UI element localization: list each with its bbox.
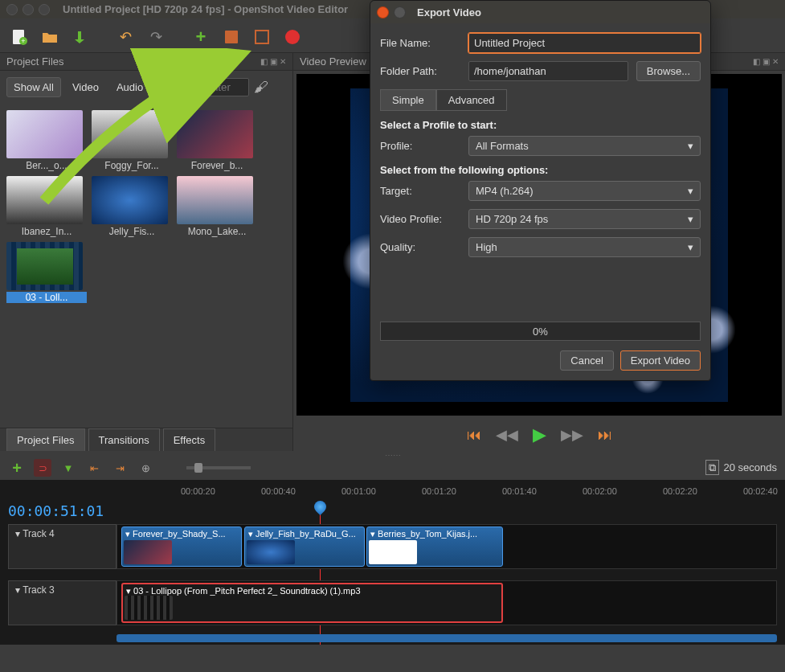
ruler-tick: 00:02:00 <box>583 486 617 496</box>
file-item[interactable]: Forever_b... <box>177 110 257 171</box>
window-minimize-icon[interactable] <box>22 4 34 15</box>
ruler-tick: 00:02:40 <box>743 486 778 496</box>
video-profile-select[interactable]: HD 720p 24 fps▾ <box>468 209 701 229</box>
file-thumbnails: Ber..._o... Foggy_For... Forever_b... Ib… <box>0 104 292 309</box>
timeline-ruler[interactable]: 00:00:20 00:00:40 00:01:00 00:01:20 00:0… <box>117 486 777 518</box>
track-content[interactable]: ▾ Forever_by_Shady_S... ▾ Jelly_Fish_by_… <box>117 524 777 569</box>
ruler-tick: 00:00:20 <box>181 486 215 496</box>
snap-icon[interactable]: ⊃ <box>34 459 51 477</box>
zoom-seconds-icon: ⧉ <box>705 460 719 475</box>
file-name-label: File Name: <box>380 37 460 49</box>
next-marker-icon[interactable]: ⇥ <box>111 459 129 477</box>
redo-icon[interactable]: ↷ <box>145 26 167 48</box>
export-video-icon[interactable] <box>281 26 304 48</box>
browse-button[interactable]: Browse... <box>636 61 701 81</box>
prev-marker-icon[interactable]: ⇤ <box>85 459 103 477</box>
dialog-minimize-icon[interactable] <box>394 6 406 18</box>
save-project-icon[interactable] <box>69 26 92 48</box>
panel-controls-icon[interactable]: ◧ ▣ ✕ <box>260 57 286 66</box>
play-icon[interactable]: ▶ <box>533 424 546 445</box>
profile-section-label: Select a Profile to start: <box>380 119 701 131</box>
tab-transitions[interactable]: Transitions <box>88 428 160 451</box>
track-header[interactable]: ▾ Track 4 <box>8 524 117 569</box>
ruler-tick: 00:01:00 <box>341 486 376 496</box>
zoom-slider[interactable] <box>186 466 251 469</box>
export-video-dialog: Export Video File Name: Folder Path: Bro… <box>370 0 711 381</box>
folder-path-input[interactable] <box>468 61 628 81</box>
razor-icon[interactable]: ▼ <box>59 459 77 477</box>
options-section-label: Select from the following options: <box>380 164 701 176</box>
project-files-title: Project Files <box>6 55 64 68</box>
export-video-button[interactable]: Export Video <box>620 350 701 371</box>
filter-image-button[interactable]: Image <box>154 78 196 96</box>
fullscreen-icon[interactable] <box>251 26 273 48</box>
center-playhead-icon[interactable]: ⊕ <box>137 459 154 477</box>
panel-controls-icon[interactable]: ◧ ▣ ✕ <box>753 57 779 66</box>
quality-label: Quality: <box>380 241 460 253</box>
chevron-down-icon: ▾ <box>688 140 693 152</box>
export-progress-bar: 0% <box>380 322 701 341</box>
profile-label: Profile: <box>380 140 460 152</box>
timeline-clip[interactable]: ▾ Jelly_Fish_by_RaDu_G... <box>244 527 365 567</box>
dialog-close-icon[interactable] <box>377 6 389 18</box>
file-item[interactable]: Mono_Lake... <box>177 176 257 237</box>
ruler-tick: 00:01:40 <box>502 486 537 496</box>
add-track-icon[interactable]: + <box>8 459 26 477</box>
zoom-value: 20 seconds <box>724 461 778 473</box>
timeline-scrollbar[interactable] <box>117 634 777 642</box>
track-header[interactable]: ▾ Track 3 <box>8 580 117 625</box>
target-select[interactable]: MP4 (h.264)▾ <box>468 181 701 201</box>
track-row: ▾ Track 4 ▾ Forever_by_Shady_S... ▾ Jell… <box>8 524 777 569</box>
show-all-button[interactable]: Show All <box>6 77 61 97</box>
dialog-titlebar[interactable]: Export Video <box>370 1 710 23</box>
file-item[interactable]: Jelly_Fis... <box>92 176 172 237</box>
ruler-tick: 00:01:20 <box>422 486 456 496</box>
open-project-icon[interactable] <box>39 26 61 48</box>
chevron-down-icon: ▾ <box>688 241 693 253</box>
svg-rect-4 <box>225 31 238 43</box>
file-item[interactable]: Ibanez_In... <box>6 176 87 237</box>
ruler-tick: 00:02:20 <box>663 486 697 496</box>
filter-video-button[interactable]: Video <box>66 78 105 96</box>
file-name-input[interactable] <box>468 33 701 53</box>
window-close-icon[interactable] <box>6 4 18 15</box>
clear-filter-icon[interactable]: 🖌 <box>254 79 268 96</box>
new-project-icon[interactable]: + <box>8 26 31 48</box>
svg-rect-3 <box>78 31 81 39</box>
tab-project-files[interactable]: Project Files <box>6 428 85 451</box>
timeline-clip[interactable]: ▾ 03 - Lollipop (From _Pitch Perfect 2_ … <box>121 583 503 623</box>
track-content[interactable]: ▾ 03 - Lollipop (From _Pitch Perfect 2_ … <box>117 580 777 625</box>
undo-icon[interactable]: ↶ <box>114 26 137 48</box>
chevron-down-icon: ▾ <box>688 213 693 225</box>
jump-end-icon[interactable]: ⏭ <box>598 427 612 444</box>
project-files-panel: Project Files ◧ ▣ ✕ Show All Video Audio… <box>0 53 293 451</box>
timeline[interactable]: 00:00:51:01 00:00:20 00:00:40 00:01:00 0… <box>0 480 785 645</box>
svg-point-6 <box>285 30 300 44</box>
timeline-clip[interactable]: ▾ Forever_by_Shady_S... <box>121 527 242 567</box>
profile-select[interactable]: All Formats▾ <box>468 136 701 156</box>
dialog-title: Export Video <box>417 6 481 18</box>
rewind-icon[interactable]: ◀◀ <box>496 426 518 444</box>
svg-text:+: + <box>21 37 25 45</box>
window-title: Untitled Project [HD 720p 24 fps] - Open… <box>63 3 348 15</box>
cancel-button[interactable]: Cancel <box>560 350 613 371</box>
choose-profile-icon[interactable] <box>220 26 243 48</box>
video-preview-title: Video Preview <box>300 55 366 68</box>
file-item[interactable]: 03 - Loll... <box>6 242 87 303</box>
tab-simple[interactable]: Simple <box>380 89 436 111</box>
svg-rect-5 <box>256 31 268 43</box>
timeline-clip[interactable]: ▾ Berries_by_Tom_Kijas.j... <box>366 527 503 567</box>
filter-audio-button[interactable]: Audio <box>110 78 149 96</box>
quality-select[interactable]: High▾ <box>468 237 701 257</box>
track-row: ▾ Track 3 ▾ 03 - Lollipop (From _Pitch P… <box>8 580 777 625</box>
tab-advanced[interactable]: Advanced <box>436 89 507 111</box>
target-label: Target: <box>380 185 460 197</box>
jump-start-icon[interactable]: ⏮ <box>467 427 481 444</box>
filter-input[interactable] <box>201 78 249 96</box>
file-item[interactable]: Foggy_For... <box>92 110 172 171</box>
fast-forward-icon[interactable]: ▶▶ <box>561 426 583 444</box>
file-item[interactable]: Ber..._o... <box>6 110 87 171</box>
import-files-icon[interactable]: + <box>190 26 212 48</box>
tab-effects[interactable]: Effects <box>163 428 216 451</box>
window-maximize-icon[interactable] <box>39 4 50 15</box>
